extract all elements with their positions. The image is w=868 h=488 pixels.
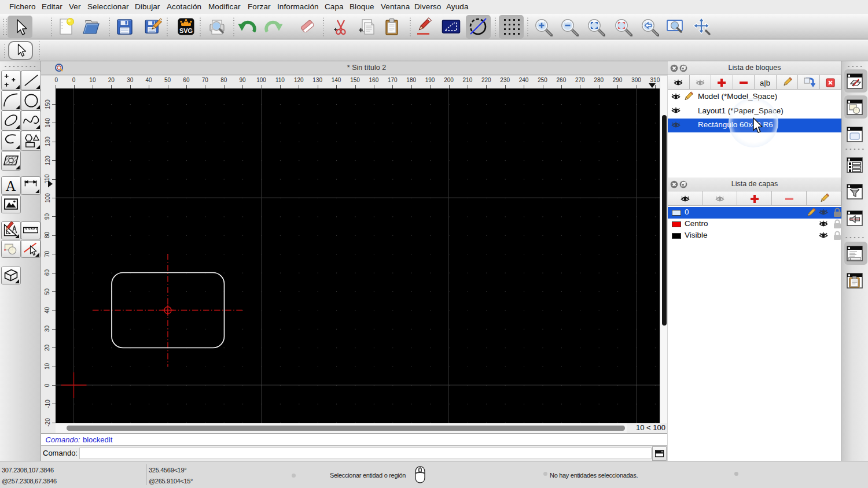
svg-text:SVG: SVG — [179, 27, 192, 34]
svg-text:A: A — [5, 178, 16, 193]
svg-text:a|b: a|b — [760, 79, 770, 87]
